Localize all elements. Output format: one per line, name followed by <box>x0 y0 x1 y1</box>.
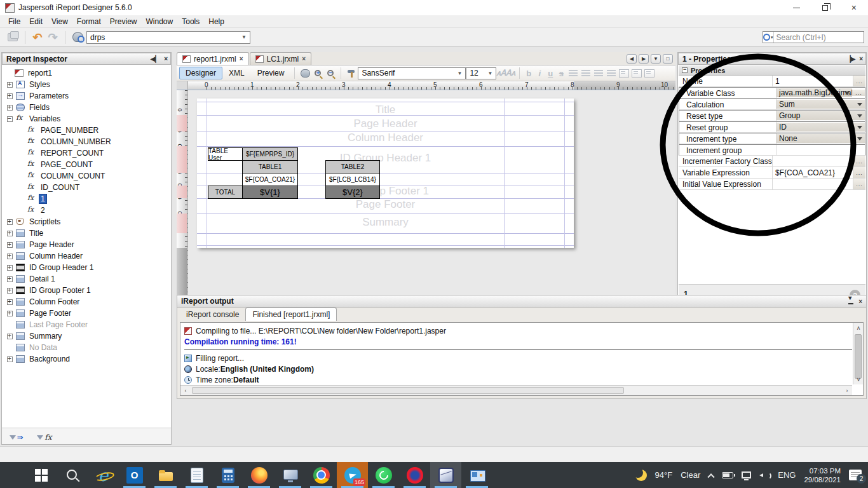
tree-item[interactable]: Column Footer <box>2 296 171 308</box>
tree-item[interactable]: Background <box>2 353 171 365</box>
taskbar-app-button[interactable] <box>399 462 430 488</box>
font-size-select[interactable]: 12 ▼ <box>466 67 496 79</box>
scroll-up-icon[interactable]: ∧ <box>853 323 864 333</box>
preview-mode-button[interactable]: Preview <box>251 67 291 79</box>
scroll-down-icon[interactable]: ∨ <box>853 374 864 384</box>
tree-item[interactable]: Detail 1 <box>2 273 171 285</box>
tree-item[interactable]: Fields <box>2 102 171 113</box>
tree-expander[interactable] <box>18 208 24 214</box>
menu-item[interactable]: Window <box>142 16 178 27</box>
language-indicator[interactable]: ENG <box>778 470 796 480</box>
valign-top-icon[interactable] <box>619 69 629 78</box>
tree-expander[interactable] <box>7 345 13 351</box>
report-page[interactable]: TitlePage HeaderColumn HeaderID Group He… <box>197 98 574 248</box>
undo-button[interactable]: ↶ <box>30 30 45 44</box>
chevron-down-icon[interactable] <box>857 137 862 140</box>
taskbar-app-button[interactable] <box>88 462 119 488</box>
tree-expander[interactable] <box>7 219 13 225</box>
tab-ireport-console[interactable]: iReport console <box>180 308 245 321</box>
taskbar-app-button[interactable] <box>306 462 337 488</box>
menu-item[interactable]: View <box>47 16 72 27</box>
tab-lc1[interactable]: LC1.jrxml × <box>250 52 312 65</box>
scroll-right-icon[interactable]: › <box>842 386 852 396</box>
tree-item[interactable]: Variables <box>2 113 171 125</box>
search-icon[interactable] <box>763 32 774 43</box>
taskbar-app-button[interactable] <box>57 462 88 488</box>
tree-expander[interactable] <box>18 196 24 202</box>
report-element[interactable]: $F{LCB_LCB14} <box>325 173 380 186</box>
taskbar-app-button[interactable] <box>150 462 181 488</box>
tree-expander[interactable] <box>7 116 13 122</box>
tree-item[interactable]: Scriptlets <box>2 216 171 227</box>
minimize-button[interactable] <box>782 0 811 15</box>
designer-mode-button[interactable]: Designer <box>179 67 222 79</box>
clock[interactable]: 07:03 PM 29/08/2021 <box>804 466 841 484</box>
tree-item[interactable]: ID Group Footer 1 <box>2 285 171 296</box>
save-all-button[interactable] <box>5 30 20 44</box>
tree-item[interactable]: PAGE_COUNT <box>2 159 171 170</box>
underline-button[interactable]: u <box>545 69 556 78</box>
increase-font-icon[interactable]: 🗚 <box>496 68 506 78</box>
report-query-button[interactable] <box>70 30 85 44</box>
ellipsis-button[interactable]: ... <box>853 167 865 178</box>
tree-item[interactable]: report1 <box>2 67 171 79</box>
weather-condition[interactable]: Clear <box>681 470 700 480</box>
chevron-down-icon[interactable] <box>857 114 862 118</box>
property-value-field[interactable]: java.math.BigDecimal <box>776 88 852 97</box>
xml-mode-button[interactable]: XML <box>222 67 251 79</box>
taskbar-app-button[interactable] <box>243 462 275 488</box>
tab-close-icon[interactable]: × <box>302 55 306 62</box>
bold-button[interactable]: b <box>524 69 534 78</box>
tree-expander[interactable] <box>7 356 13 362</box>
tree-expander[interactable] <box>7 299 13 305</box>
tab-list-dropdown-icon[interactable]: ▼ <box>651 54 661 64</box>
tab-close-icon[interactable]: × <box>240 55 243 62</box>
band-divider-line[interactable] <box>197 233 574 234</box>
weather-moon-icon[interactable] <box>635 470 647 481</box>
taskbar-app-button[interactable] <box>275 462 306 488</box>
italic-button[interactable]: i <box>534 69 545 78</box>
chevron-down-icon[interactable] <box>857 126 862 129</box>
tree-item[interactable]: Column Header <box>2 250 171 262</box>
tree-item[interactable]: Page Header <box>2 239 171 250</box>
strikethrough-button[interactable]: s <box>556 69 567 78</box>
report-element[interactable]: TABLE2 <box>325 160 380 173</box>
taskbar-app-button[interactable] <box>212 462 243 488</box>
align-center-icon[interactable] <box>581 70 590 77</box>
dock-icon[interactable]: ◀▏ <box>151 55 160 62</box>
menu-item[interactable]: Help <box>204 16 229 27</box>
taskbar-app-button[interactable] <box>368 462 399 488</box>
dock-icon[interactable]: ▕▶ <box>846 55 855 62</box>
scroll-tabs-right-icon[interactable]: ▶ <box>639 54 649 64</box>
scrollbar-thumb[interactable] <box>192 387 624 394</box>
redo-button[interactable]: ↷ <box>45 30 60 44</box>
menu-item[interactable]: File <box>4 16 25 27</box>
tree-expander[interactable] <box>7 334 13 339</box>
tree-item[interactable]: REPORT_COUNT <box>2 147 171 159</box>
property-value-field[interactable]: 1 <box>773 76 853 86</box>
zoom-in-icon[interactable]: + <box>311 67 324 79</box>
tree-item[interactable]: Title <box>2 227 171 239</box>
taskbar-app-button[interactable] <box>181 462 212 488</box>
tree-item[interactable]: PAGE_NUMBER <box>2 125 171 136</box>
volume-icon[interactable] <box>759 471 770 479</box>
tree-expander[interactable] <box>7 242 13 248</box>
taskbar-app-button[interactable]: 165 <box>337 462 368 488</box>
tree-item[interactable]: 1 <box>2 193 171 205</box>
tree-item[interactable]: Last Page Footer <box>2 319 171 330</box>
tree-expander[interactable] <box>7 322 13 328</box>
taskbar-app-button[interactable] <box>461 462 492 488</box>
tree-item[interactable]: ID_COUNT <box>2 182 171 193</box>
notification-center-icon[interactable]: 2 <box>849 470 862 480</box>
network-icon[interactable] <box>742 471 751 478</box>
menu-item[interactable]: Tools <box>177 16 204 27</box>
tree-item[interactable]: 2 <box>2 205 171 216</box>
tab-finished-report[interactable]: Finished [report1.jrxml] <box>245 308 337 321</box>
tree-expander[interactable] <box>18 128 24 133</box>
report-element[interactable]: $F{COA_COA21} <box>242 173 298 186</box>
menu-item[interactable]: Edit <box>25 16 47 27</box>
close-panel-icon[interactable]: × <box>858 298 862 305</box>
tree-expander[interactable] <box>18 173 24 179</box>
band-divider-line[interactable] <box>197 102 574 102</box>
tree-item[interactable]: COLUMN_NUMBER <box>2 136 171 147</box>
